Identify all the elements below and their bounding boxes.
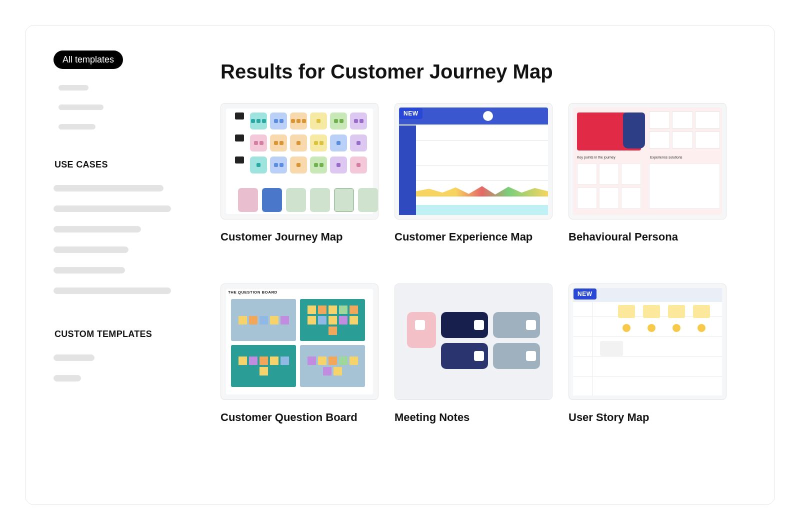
template-card-customer-journey-map[interactable]: Customer Journey Map (220, 103, 378, 244)
template-card-title: Meeting Notes (394, 411, 552, 424)
sidebar-placeholder-item (54, 185, 164, 192)
sidebar-placeholder-item (58, 124, 96, 130)
template-card-title: Customer Experience Map (394, 230, 552, 244)
template-card-title: Behavioural Persona (568, 230, 726, 244)
results-main: Results for Customer Journey Map (200, 26, 774, 504)
template-thumbnail: NEW (568, 284, 726, 400)
sidebar-placeholder-item (54, 206, 171, 212)
page-title: Results for Customer Journey Map (220, 60, 744, 83)
use-cases-heading: USE CASES (54, 160, 180, 170)
new-badge: NEW (400, 108, 422, 119)
sidebar-placeholder-item (54, 354, 94, 361)
template-card-customer-experience-map[interactable]: NEW Customer Experience Map (394, 103, 552, 244)
custom-templates-heading: CUSTOM TEMPLATES (54, 329, 180, 340)
all-templates-pill[interactable]: All templates (54, 50, 123, 69)
sidebar-placeholder-item (54, 267, 125, 274)
template-browser-frame: All templates USE CASES CUSTOM TEMPLATES… (25, 25, 775, 505)
template-card-meeting-notes[interactable]: Meeting Notes (394, 284, 552, 424)
sidebar-placeholder-item (58, 104, 104, 110)
sidebar-placeholder-item (54, 226, 141, 232)
template-thumbnail (220, 103, 378, 220)
template-thumbnail: Key points in the journey Experience sol… (568, 103, 726, 220)
template-thumbnail (394, 284, 552, 400)
sidebar-placeholder-item (54, 246, 128, 253)
template-card-behavioural-persona[interactable]: Key points in the journey Experience sol… (568, 103, 726, 244)
template-thumbnail: THE QUESTION BOARD (220, 284, 378, 400)
template-thumbnail: NEW (394, 103, 552, 220)
template-card-title: Customer Question Board (220, 411, 378, 424)
template-card-user-story-map[interactable]: NEW User Story Map (568, 284, 726, 424)
sidebar-placeholder-item (58, 85, 88, 90)
results-grid: Customer Journey Map NEW Customer Experi… (220, 103, 744, 424)
sidebar: All templates USE CASES CUSTOM TEMPLATES (26, 26, 200, 504)
new-badge: NEW (574, 288, 596, 300)
sidebar-placeholder-item (54, 288, 171, 294)
template-card-title: Customer Journey Map (220, 230, 378, 244)
sidebar-placeholder-item (54, 375, 81, 382)
template-card-title: User Story Map (568, 411, 726, 424)
template-card-customer-question-board[interactable]: THE QUESTION BOARD (220, 284, 378, 424)
